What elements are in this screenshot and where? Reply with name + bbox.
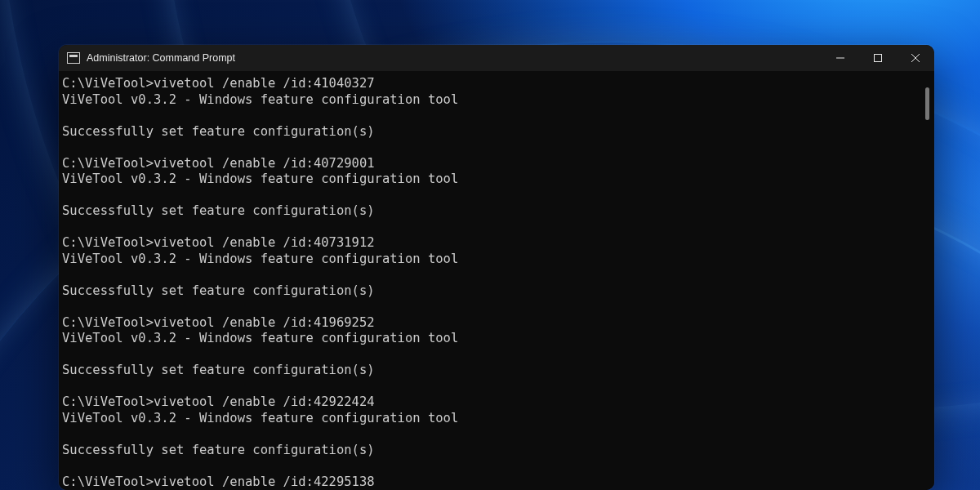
terminal-line: C:\ViVeTool>vivetool /enable /id:4072900…: [62, 156, 918, 172]
terminal-output[interactable]: C:\ViVeTool>vivetool /enable /id:4104032…: [59, 71, 921, 490]
terminal-line: [62, 220, 918, 236]
maximize-button[interactable]: [859, 45, 897, 71]
terminal-line: Successfully set feature configuration(s…: [62, 283, 918, 300]
maximize-icon: [874, 54, 882, 62]
terminal-line: [62, 188, 918, 204]
window-title: Administrator: Command Prompt: [87, 52, 235, 64]
minimize-icon: [836, 54, 844, 62]
scrollbar-track[interactable]: [921, 71, 934, 490]
terminal-line: Successfully set feature configuration(s…: [62, 124, 918, 140]
terminal-line: [62, 347, 918, 363]
terminal-line: C:\ViVeTool>vivetool /enable /id:4229513…: [62, 474, 918, 491]
terminal-line: C:\ViVeTool>vivetool /enable /id:4073191…: [62, 235, 918, 252]
terminal-line: [62, 458, 918, 474]
terminal-line: Successfully set feature configuration(s…: [62, 203, 918, 220]
terminal-line: C:\ViVeTool>vivetool /enable /id:4104032…: [62, 76, 918, 92]
terminal-line: ViVeTool v0.3.2 - Windows feature config…: [62, 331, 918, 347]
svg-rect-1: [875, 55, 882, 62]
terminal-line: [62, 379, 918, 395]
window-controls: [822, 45, 934, 71]
terminal-line: [62, 140, 918, 156]
terminal-line: Successfully set feature configuration(s…: [62, 443, 918, 459]
terminal-line: [62, 426, 918, 443]
minimize-button[interactable]: [822, 45, 859, 71]
terminal-line: ViVeTool v0.3.2 - Windows feature config…: [62, 92, 918, 109]
close-button[interactable]: [897, 45, 934, 71]
command-prompt-window: Administrator: Command Prompt C:\ViVeToo…: [59, 45, 934, 490]
titlebar[interactable]: Administrator: Command Prompt: [59, 45, 934, 71]
terminal-line: [62, 267, 918, 283]
terminal-line: [62, 108, 918, 124]
terminal-line: C:\ViVeTool>vivetool /enable /id:4292242…: [62, 394, 918, 411]
terminal-line: ViVeTool v0.3.2 - Windows feature config…: [62, 252, 918, 268]
terminal-line: ViVeTool v0.3.2 - Windows feature config…: [62, 411, 918, 427]
terminal-line: ViVeTool v0.3.2 - Windows feature config…: [62, 172, 918, 188]
terminal-line: C:\ViVeTool>vivetool /enable /id:4196925…: [62, 315, 918, 332]
terminal-line: [62, 299, 918, 315]
close-icon: [911, 54, 920, 62]
scrollbar-thumb[interactable]: [925, 87, 929, 120]
terminal-line: Successfully set feature configuration(s…: [62, 363, 918, 379]
command-prompt-icon: [67, 52, 80, 64]
